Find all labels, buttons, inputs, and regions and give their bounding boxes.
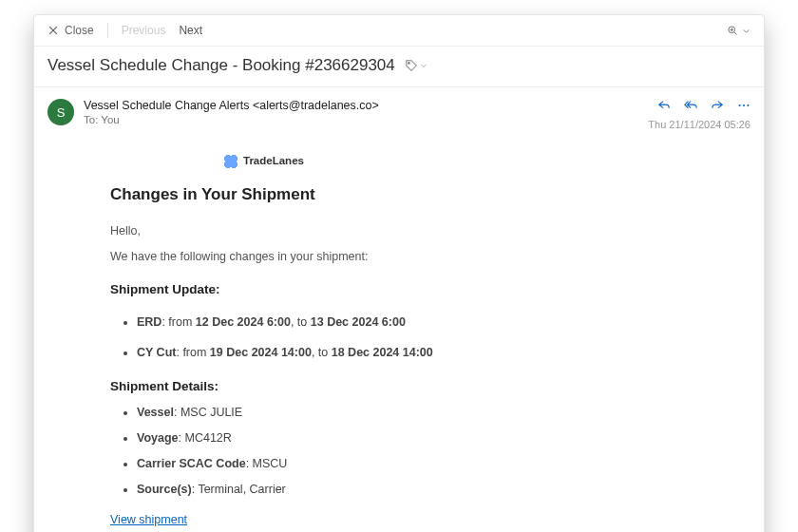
message-header: S Vessel Schedule Change Alerts <alerts@… bbox=[34, 87, 764, 142]
detail-value: MC412R bbox=[185, 431, 232, 445]
close-label: Close bbox=[65, 24, 94, 37]
update-heading: Shipment Update: bbox=[110, 280, 707, 299]
more-actions-button[interactable] bbox=[737, 99, 750, 115]
update-from: 19 Dec 2024 14:00 bbox=[210, 346, 312, 359]
details-list: Vessel: MSC JULIE Voyage: MC412R Carrier… bbox=[137, 404, 707, 498]
categorize-button[interactable] bbox=[405, 59, 428, 72]
detail-label: Voyage bbox=[137, 431, 179, 445]
recipient-line: To: You bbox=[84, 114, 638, 125]
header-actions: Thu 21/11/2024 05:26 bbox=[648, 99, 750, 130]
email-body: TradeLanes Changes in Your Shipment Hell… bbox=[34, 142, 764, 532]
detail-value: Terminal, Carrier bbox=[198, 483, 285, 496]
sender-display: Vessel Schedule Change Alerts <alerts@tr… bbox=[84, 99, 638, 112]
close-icon bbox=[48, 25, 59, 36]
detail-label: Vessel bbox=[137, 406, 174, 419]
svg-point-1 bbox=[408, 63, 409, 65]
list-item: Vessel: MSC JULIE bbox=[137, 404, 707, 422]
toolbar-divider bbox=[107, 23, 108, 38]
reply-icon-button[interactable] bbox=[657, 99, 671, 115]
update-to: 18 Dec 2024 14:00 bbox=[332, 346, 433, 359]
forward-icon-button[interactable] bbox=[711, 99, 724, 115]
body-intro: We have the following changes in your sh… bbox=[110, 248, 707, 266]
svg-point-4 bbox=[747, 104, 749, 106]
body-greeting: Hello, bbox=[110, 222, 707, 240]
update-label: CY Cut bbox=[137, 346, 176, 359]
toolbar-left: Close Previous Next bbox=[48, 23, 202, 38]
detail-value: MSC JULIE bbox=[180, 406, 242, 419]
email-window: Close Previous Next Vessel Schedule Chan… bbox=[33, 14, 765, 532]
more-icon bbox=[737, 99, 750, 112]
date-text: Thu 21/11/2024 05:26 bbox=[648, 119, 750, 130]
brand-logo-icon bbox=[224, 155, 238, 168]
zoom-icon bbox=[727, 25, 738, 36]
list-item: ERD: from 12 Dec 2024 6:00, to 13 Dec 20… bbox=[137, 314, 707, 332]
chevron-down-icon bbox=[420, 62, 428, 69]
view-shipment-link[interactable]: View shipment bbox=[110, 513, 187, 526]
list-item: CY Cut: from 19 Dec 2024 14:00, to 18 De… bbox=[137, 344, 707, 362]
sender-block: Vessel Schedule Change Alerts <alerts@tr… bbox=[84, 99, 638, 125]
previous-button: Previous bbox=[122, 24, 166, 37]
avatar: S bbox=[48, 99, 74, 125]
update-label: ERD bbox=[137, 315, 162, 329]
chevron-down-icon bbox=[742, 27, 750, 35]
subject-row: Vessel Schedule Change - Booking #236629… bbox=[34, 47, 764, 87]
update-to: 13 Dec 2024 6:00 bbox=[311, 315, 406, 329]
svg-point-3 bbox=[743, 104, 745, 106]
to-label: To: bbox=[84, 114, 98, 125]
forward-icon bbox=[711, 99, 724, 112]
update-list: ERD: from 12 Dec 2024 6:00, to 13 Dec 20… bbox=[137, 314, 707, 363]
zoom-button[interactable] bbox=[727, 25, 750, 36]
update-from: 12 Dec 2024 6:00 bbox=[196, 315, 291, 329]
to-value: You bbox=[101, 114, 119, 125]
list-item: Source(s): Terminal, Carrier bbox=[137, 481, 707, 499]
toolbar: Close Previous Next bbox=[34, 15, 764, 47]
subject-text: Vessel Schedule Change - Booking #236629… bbox=[48, 56, 395, 75]
brand-name: TradeLanes bbox=[243, 153, 304, 169]
list-item: Carrier SCAC Code: MSCU bbox=[137, 455, 707, 473]
detail-value: MSCU bbox=[253, 457, 288, 470]
avatar-initial: S bbox=[57, 105, 66, 120]
reply-icon bbox=[657, 99, 671, 112]
reply-all-icon bbox=[684, 99, 697, 112]
next-button[interactable]: Next bbox=[179, 24, 202, 37]
detail-label: Source(s) bbox=[137, 483, 192, 496]
detail-label: Carrier SCAC Code bbox=[137, 457, 246, 470]
svg-point-2 bbox=[739, 104, 741, 106]
tag-icon bbox=[405, 59, 418, 72]
list-item: Voyage: MC412R bbox=[137, 429, 707, 447]
body-title: Changes in Your Shipment bbox=[110, 182, 707, 207]
close-button[interactable]: Close bbox=[48, 24, 94, 37]
brand-row: TradeLanes bbox=[224, 153, 707, 169]
reply-all-icon-button[interactable] bbox=[684, 99, 697, 115]
action-icons bbox=[657, 99, 750, 115]
details-heading: Shipment Details: bbox=[110, 377, 707, 396]
